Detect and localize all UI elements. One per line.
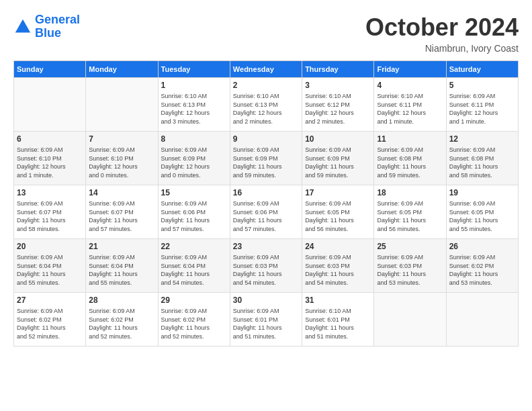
day-info: Sunrise: 6:09 AM Sunset: 6:09 PM Dayligh… bbox=[233, 146, 299, 179]
calendar-cell: 25Sunrise: 6:09 AM Sunset: 6:03 PM Dayli… bbox=[374, 239, 446, 293]
month-title: October 2024 bbox=[365, 13, 519, 42]
calendar-cell: 16Sunrise: 6:09 AM Sunset: 6:06 PM Dayli… bbox=[230, 185, 302, 239]
day-number: 16 bbox=[233, 188, 299, 197]
calendar-cell: 28Sunrise: 6:09 AM Sunset: 6:02 PM Dayli… bbox=[86, 293, 158, 347]
day-number: 20 bbox=[17, 242, 83, 251]
day-info: Sunrise: 6:09 AM Sunset: 6:09 PM Dayligh… bbox=[161, 146, 227, 179]
day-info: Sunrise: 6:09 AM Sunset: 6:08 PM Dayligh… bbox=[449, 146, 515, 179]
day-number: 7 bbox=[89, 134, 154, 144]
day-number: 26 bbox=[449, 242, 515, 251]
calendar-cell: 1Sunrise: 6:10 AM Sunset: 6:13 PM Daylig… bbox=[158, 78, 230, 132]
calendar-cell bbox=[374, 293, 446, 347]
calendar-cell: 9Sunrise: 6:09 AM Sunset: 6:09 PM Daylig… bbox=[230, 132, 302, 185]
calendar-cell: 13Sunrise: 6:09 AM Sunset: 6:07 PM Dayli… bbox=[14, 185, 86, 239]
calendar-cell: 19Sunrise: 6:09 AM Sunset: 6:05 PM Dayli… bbox=[446, 185, 518, 239]
day-number: 5 bbox=[449, 81, 515, 90]
calendar-week-row: 1Sunrise: 6:10 AM Sunset: 6:13 PM Daylig… bbox=[14, 78, 519, 132]
calendar-cell: 4Sunrise: 6:10 AM Sunset: 6:11 PM Daylig… bbox=[374, 78, 446, 132]
day-number: 12 bbox=[449, 134, 515, 144]
day-info: Sunrise: 6:09 AM Sunset: 6:10 PM Dayligh… bbox=[17, 146, 83, 179]
day-info: Sunrise: 6:09 AM Sunset: 6:03 PM Dayligh… bbox=[233, 253, 299, 287]
calendar-cell bbox=[14, 78, 86, 132]
day-info: Sunrise: 6:09 AM Sunset: 6:01 PM Dayligh… bbox=[233, 307, 299, 340]
day-number: 2 bbox=[233, 81, 299, 90]
calendar-cell: 6Sunrise: 6:09 AM Sunset: 6:10 PM Daylig… bbox=[14, 132, 86, 185]
calendar-cell: 31Sunrise: 6:10 AM Sunset: 6:01 PM Dayli… bbox=[302, 293, 374, 347]
day-info: Sunrise: 6:09 AM Sunset: 6:08 PM Dayligh… bbox=[377, 146, 443, 179]
logo-icon bbox=[13, 17, 32, 36]
col-tuesday: Tuesday bbox=[158, 61, 230, 78]
day-number: 17 bbox=[305, 188, 371, 197]
calendar-cell: 20Sunrise: 6:09 AM Sunset: 6:04 PM Dayli… bbox=[14, 239, 86, 293]
calendar-cell: 8Sunrise: 6:09 AM Sunset: 6:09 PM Daylig… bbox=[158, 132, 230, 185]
calendar-cell: 10Sunrise: 6:09 AM Sunset: 6:09 PM Dayli… bbox=[302, 132, 374, 185]
day-info: Sunrise: 6:09 AM Sunset: 6:07 PM Dayligh… bbox=[17, 199, 83, 233]
calendar-cell: 26Sunrise: 6:09 AM Sunset: 6:02 PM Dayli… bbox=[446, 239, 518, 293]
day-info: Sunrise: 6:09 AM Sunset: 6:02 PM Dayligh… bbox=[161, 307, 227, 340]
calendar-cell: 5Sunrise: 6:09 AM Sunset: 6:11 PM Daylig… bbox=[446, 78, 518, 132]
day-number: 18 bbox=[377, 188, 443, 197]
calendar-cell: 15Sunrise: 6:09 AM Sunset: 6:06 PM Dayli… bbox=[158, 185, 230, 239]
day-number: 21 bbox=[89, 242, 154, 251]
day-info: Sunrise: 6:10 AM Sunset: 6:01 PM Dayligh… bbox=[305, 307, 371, 340]
day-info: Sunrise: 6:10 AM Sunset: 6:13 PM Dayligh… bbox=[233, 92, 299, 126]
calendar-cell: 24Sunrise: 6:09 AM Sunset: 6:03 PM Dayli… bbox=[302, 239, 374, 293]
day-number: 6 bbox=[17, 134, 83, 144]
calendar-cell: 17Sunrise: 6:09 AM Sunset: 6:05 PM Dayli… bbox=[302, 185, 374, 239]
day-info: Sunrise: 6:10 AM Sunset: 6:12 PM Dayligh… bbox=[305, 92, 371, 126]
calendar-cell: 2Sunrise: 6:10 AM Sunset: 6:13 PM Daylig… bbox=[230, 78, 302, 132]
day-number: 30 bbox=[233, 295, 299, 305]
day-info: Sunrise: 6:09 AM Sunset: 6:09 PM Dayligh… bbox=[305, 146, 371, 179]
location-subtitle: Niambrun, Ivory Coast bbox=[365, 43, 519, 54]
logo: General Blue bbox=[13, 13, 80, 40]
calendar-week-row: 6Sunrise: 6:09 AM Sunset: 6:10 PM Daylig… bbox=[14, 132, 519, 185]
calendar-cell: 3Sunrise: 6:10 AM Sunset: 6:12 PM Daylig… bbox=[302, 78, 374, 132]
calendar-cell: 11Sunrise: 6:09 AM Sunset: 6:08 PM Dayli… bbox=[374, 132, 446, 185]
calendar-cell: 7Sunrise: 6:09 AM Sunset: 6:10 PM Daylig… bbox=[86, 132, 158, 185]
day-info: Sunrise: 6:09 AM Sunset: 6:07 PM Dayligh… bbox=[89, 199, 154, 233]
calendar-cell: 14Sunrise: 6:09 AM Sunset: 6:07 PM Dayli… bbox=[86, 185, 158, 239]
calendar-week-row: 27Sunrise: 6:09 AM Sunset: 6:02 PM Dayli… bbox=[14, 293, 519, 347]
day-number: 3 bbox=[305, 81, 371, 90]
day-number: 14 bbox=[89, 188, 154, 197]
day-number: 24 bbox=[305, 242, 371, 251]
col-wednesday: Wednesday bbox=[230, 61, 302, 78]
col-thursday: Thursday bbox=[302, 61, 374, 78]
page-header: General Blue October 2024 Niambrun, Ivor… bbox=[13, 13, 519, 54]
svg-marker-0 bbox=[15, 19, 30, 33]
day-number: 15 bbox=[161, 188, 227, 197]
day-number: 13 bbox=[17, 188, 83, 197]
day-number: 28 bbox=[89, 295, 154, 305]
col-sunday: Sunday bbox=[14, 61, 86, 78]
title-block: October 2024 Niambrun, Ivory Coast bbox=[365, 13, 519, 54]
day-info: Sunrise: 6:09 AM Sunset: 6:06 PM Dayligh… bbox=[161, 199, 227, 233]
day-number: 1 bbox=[161, 81, 227, 90]
day-number: 22 bbox=[161, 242, 227, 251]
day-number: 27 bbox=[17, 295, 83, 305]
day-info: Sunrise: 6:09 AM Sunset: 6:02 PM Dayligh… bbox=[89, 307, 154, 340]
col-friday: Friday bbox=[374, 61, 446, 78]
calendar-cell: 18Sunrise: 6:09 AM Sunset: 6:05 PM Dayli… bbox=[374, 185, 446, 239]
day-info: Sunrise: 6:10 AM Sunset: 6:11 PM Dayligh… bbox=[377, 92, 443, 126]
day-info: Sunrise: 6:10 AM Sunset: 6:13 PM Dayligh… bbox=[161, 92, 227, 126]
day-info: Sunrise: 6:09 AM Sunset: 6:04 PM Dayligh… bbox=[161, 253, 227, 287]
day-number: 29 bbox=[161, 295, 227, 305]
day-info: Sunrise: 6:09 AM Sunset: 6:10 PM Dayligh… bbox=[89, 146, 154, 179]
day-info: Sunrise: 6:09 AM Sunset: 6:03 PM Dayligh… bbox=[377, 253, 443, 287]
day-number: 19 bbox=[449, 188, 515, 197]
calendar-cell bbox=[86, 78, 158, 132]
day-info: Sunrise: 6:09 AM Sunset: 6:06 PM Dayligh… bbox=[233, 199, 299, 233]
day-info: Sunrise: 6:09 AM Sunset: 6:11 PM Dayligh… bbox=[449, 92, 515, 126]
calendar-cell: 21Sunrise: 6:09 AM Sunset: 6:04 PM Dayli… bbox=[86, 239, 158, 293]
col-saturday: Saturday bbox=[446, 61, 518, 78]
day-info: Sunrise: 6:09 AM Sunset: 6:05 PM Dayligh… bbox=[377, 199, 443, 233]
day-number: 9 bbox=[233, 134, 299, 144]
calendar-cell: 29Sunrise: 6:09 AM Sunset: 6:02 PM Dayli… bbox=[158, 293, 230, 347]
day-number: 25 bbox=[377, 242, 443, 251]
day-info: Sunrise: 6:09 AM Sunset: 6:04 PM Dayligh… bbox=[89, 253, 154, 287]
day-number: 8 bbox=[161, 134, 227, 144]
day-info: Sunrise: 6:09 AM Sunset: 6:02 PM Dayligh… bbox=[449, 253, 515, 287]
calendar-week-row: 20Sunrise: 6:09 AM Sunset: 6:04 PM Dayli… bbox=[14, 239, 519, 293]
logo-text: General Blue bbox=[35, 13, 80, 40]
day-number: 23 bbox=[233, 242, 299, 251]
